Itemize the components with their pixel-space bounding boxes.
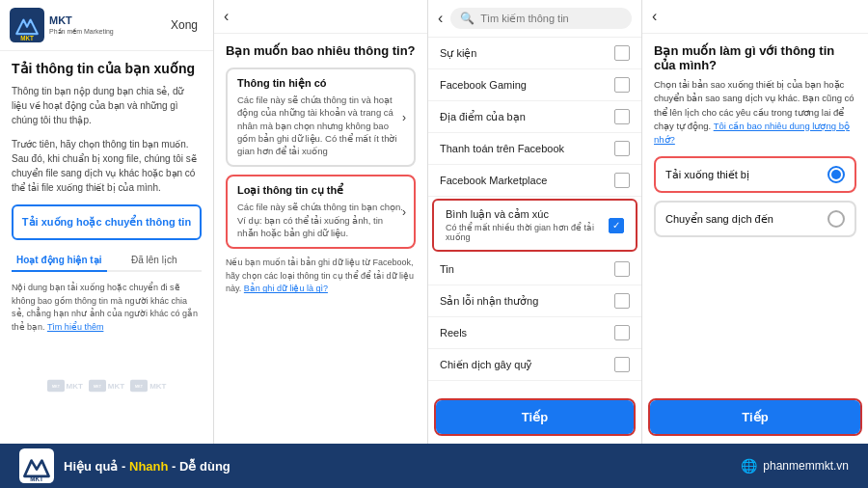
checkbox-su-kien[interactable] bbox=[614, 45, 630, 61]
panel4-desc-link[interactable]: Tôi cần bao nhiêu dung lượng bộ nhớ? bbox=[654, 121, 850, 145]
panel4-back-arrow-icon[interactable]: ‹ bbox=[652, 8, 657, 25]
watermark-panel1: MKTMKT MKTMKT MKTMKT bbox=[0, 376, 213, 395]
panel1-note-link[interactable]: Tìm hiểu thêm bbox=[47, 322, 104, 332]
list-item[interactable]: Facebook Marketplace bbox=[428, 165, 641, 197]
checkbox-tin[interactable] bbox=[614, 261, 630, 277]
radio1-label: Tải xuống thiết bị bbox=[665, 169, 749, 181]
footer-slogan: Hiệu quả - Nhanh - Dễ dùng bbox=[64, 459, 231, 474]
panel4-title: Bạn muốn làm gì với thông tin của mình? bbox=[654, 43, 856, 72]
globe-icon: 🌐 bbox=[741, 458, 757, 474]
footer-left: MKT Hiệu quả - Nhanh - Dễ dùng bbox=[19, 448, 231, 483]
radio2-circle bbox=[827, 210, 845, 228]
checkbox-chien-dich[interactable] bbox=[614, 357, 630, 372]
search-bar[interactable]: 🔍 bbox=[450, 8, 632, 29]
panel3-list: Sự kiện Facebook Gaming Địa điểm của bạn… bbox=[428, 38, 641, 398]
checkbox-thanh-toan[interactable] bbox=[614, 141, 630, 156]
option2-title: Loại thông tin cụ thể bbox=[237, 184, 404, 197]
panel-2: ‹ Bạn muốn bao nhiêu thông tin? Thông ti… bbox=[214, 0, 428, 444]
option2-arrow-icon: › bbox=[402, 205, 406, 219]
svg-text:MKT: MKT bbox=[20, 35, 34, 41]
panel1-desc2: Trước tiên, hãy chọn thông tin bạn muốn.… bbox=[12, 137, 202, 195]
checkbox-binh-luan[interactable]: ✓ bbox=[609, 218, 624, 233]
panel2-title: Bạn muốn bao nhiêu thông tin? bbox=[226, 43, 416, 58]
panel-4: ‹ Bạn muốn làm gì với thông tin của mình… bbox=[642, 0, 868, 444]
checkbox-fb-gaming[interactable] bbox=[614, 77, 630, 93]
option1-arrow-icon: › bbox=[402, 111, 406, 124]
list-item[interactable]: Facebook Gaming bbox=[428, 69, 641, 101]
mkt-logo: MKT MKT Phần mềm Marketing bbox=[10, 8, 165, 42]
panel2-note: Nếu bạn muốn tải bản ghi dữ liệu từ Face… bbox=[226, 257, 416, 296]
tiep-button-panel4[interactable]: Tiếp bbox=[650, 400, 860, 434]
svg-text:MKT: MKT bbox=[30, 475, 43, 482]
tab-row: Hoạt động hiện tại Đã lên lịch bbox=[12, 250, 202, 272]
checkbox-san-loi[interactable] bbox=[614, 293, 630, 309]
panel2-note-link[interactable]: Bản ghi dữ liệu là gì? bbox=[244, 284, 328, 293]
option1-desc: Các file này sẽ chứa thông tin và hoạt đ… bbox=[237, 94, 404, 157]
search-icon: 🔍 bbox=[460, 12, 475, 25]
list-item[interactable]: Tin bbox=[428, 254, 641, 285]
panel4-desc: Chọn tải bản sao xuống thiết bị của bạn … bbox=[654, 78, 856, 147]
list-item[interactable]: Thanh toán trên Facebook bbox=[428, 133, 641, 165]
tab-inactive[interactable]: Đã lên lịch bbox=[107, 250, 203, 270]
radio-transfer[interactable]: Chuyển sang dịch đến bbox=[654, 201, 856, 237]
radio1-circle bbox=[827, 166, 845, 183]
footer: MKT Hiệu quả - Nhanh - Dễ dùng 🌐 phanmem… bbox=[0, 444, 868, 488]
panel1-desc1: Thông tin bạn nộp dung bạn chia sẻ, dữ l… bbox=[12, 84, 202, 127]
panel4-header: ‹ bbox=[642, 0, 868, 34]
list-item[interactable]: Sản lỗi nhận thưởng bbox=[428, 285, 641, 317]
panel1-note: Nội dung bạn tải xuống hoặc chuyển đi sẽ… bbox=[12, 282, 202, 334]
option-specific-info[interactable]: Loại thông tin cụ thể Các file này sẽ ch… bbox=[226, 175, 416, 249]
list-item[interactable]: Chiến dịch gây quỹ bbox=[428, 349, 641, 381]
svg-text:MKT: MKT bbox=[135, 385, 144, 389]
panel-3: ‹ 🔍 Sự kiện Facebook Gaming Địa điểm của… bbox=[428, 0, 642, 444]
svg-text:MKT: MKT bbox=[52, 385, 61, 389]
checkbox-fb-marketplace[interactable] bbox=[614, 173, 630, 188]
xong-button[interactable]: Xong bbox=[165, 16, 203, 34]
list-item-highlighted[interactable]: Bình luận và cảm xúc Có thể mất nhiều th… bbox=[434, 201, 636, 250]
search-input[interactable] bbox=[480, 13, 622, 24]
option-existing-info[interactable]: Thông tin hiện có Các file này sẽ chứa t… bbox=[226, 68, 416, 167]
logo-tagline: Phần mềm Marketing bbox=[49, 28, 114, 36]
radio2-label: Chuyển sang dịch đến bbox=[665, 213, 773, 226]
panel1-title: Tải thông tin của bạn xuống bbox=[12, 61, 202, 76]
list-item[interactable]: Sự kiện bbox=[428, 38, 641, 69]
panel3-header: ‹ 🔍 bbox=[428, 0, 641, 38]
panel2-body: Bạn muốn bao nhiêu thông tin? Thông tin … bbox=[214, 34, 427, 444]
option2-desc: Các file này sẽ chứa thông tin bạn chọn.… bbox=[237, 201, 404, 239]
panel-1: MKT MKT Phần mềm Marketing Xong Tải thôn… bbox=[0, 0, 214, 444]
panel3-back-arrow-icon[interactable]: ‹ bbox=[438, 10, 443, 27]
panel4-body: Bạn muốn làm gì với thông tin của mình? … bbox=[642, 34, 868, 398]
panel2-header: ‹ bbox=[214, 0, 427, 34]
logo-brand: MKT bbox=[49, 14, 114, 27]
tab-active[interactable]: Hoạt động hiện tại bbox=[12, 250, 107, 272]
footer-right: 🌐 phanmemmkt.vn bbox=[741, 458, 849, 474]
option1-title: Thông tin hiện có bbox=[237, 77, 404, 90]
checkbox-dia-diem[interactable] bbox=[614, 109, 630, 124]
radio-download-device[interactable]: Tải xuống thiết bị bbox=[654, 156, 856, 193]
list-item[interactable]: Địa điểm của bạn bbox=[428, 101, 641, 133]
checkbox-reels[interactable] bbox=[614, 325, 630, 340]
back-arrow-icon[interactable]: ‹ bbox=[224, 8, 229, 25]
footer-url: phanmemmkt.vn bbox=[763, 459, 849, 473]
download-button[interactable]: Tải xuống hoặc chuyển thông tin bbox=[12, 204, 202, 240]
tiep-button-panel3[interactable]: Tiếp bbox=[436, 400, 634, 434]
list-item[interactable]: Reels bbox=[428, 317, 641, 349]
svg-text:MKT: MKT bbox=[94, 385, 102, 389]
panel1-header: MKT MKT Phần mềm Marketing Xong bbox=[0, 0, 213, 51]
